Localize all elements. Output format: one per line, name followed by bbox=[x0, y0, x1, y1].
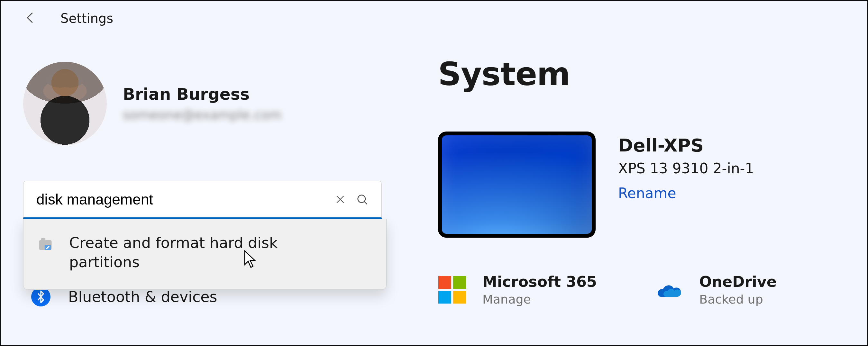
search-input[interactable] bbox=[36, 191, 325, 208]
page-title: System bbox=[438, 55, 867, 93]
window-title: Settings bbox=[60, 11, 113, 26]
close-icon[interactable] bbox=[335, 194, 346, 205]
search-suggestion-popup: Create and format hard disk partitions bbox=[23, 219, 386, 290]
onedrive-icon bbox=[655, 276, 683, 304]
user-profile[interactable]: Brian Burgess someone@example.com bbox=[18, 62, 409, 145]
svg-rect-2 bbox=[41, 238, 45, 241]
avatar bbox=[23, 62, 107, 145]
user-email: someone@example.com bbox=[123, 107, 282, 122]
tile-microsoft-365[interactable]: Microsoft 365 Manage bbox=[438, 273, 597, 307]
svg-point-0 bbox=[358, 195, 365, 202]
microsoft-logo-icon bbox=[438, 276, 466, 304]
device-thumbnail bbox=[438, 131, 596, 238]
user-name: Brian Burgess bbox=[123, 85, 282, 103]
rename-link[interactable]: Rename bbox=[618, 185, 754, 201]
device-name: Dell-XPS bbox=[618, 135, 754, 156]
device-model: XPS 13 9310 2-in-1 bbox=[618, 160, 754, 177]
tile-subtitle: Backed up bbox=[699, 292, 777, 307]
search-icon[interactable] bbox=[356, 193, 369, 206]
tile-title: OneDrive bbox=[699, 273, 777, 290]
search-box[interactable] bbox=[23, 181, 382, 219]
search-suggestion-item[interactable]: Create and format hard disk partitions bbox=[33, 230, 377, 275]
bluetooth-icon bbox=[31, 287, 51, 307]
tile-subtitle: Manage bbox=[483, 292, 597, 307]
tile-onedrive[interactable]: OneDrive Backed up bbox=[655, 273, 777, 307]
tile-title: Microsoft 365 bbox=[483, 273, 597, 290]
back-icon[interactable] bbox=[23, 10, 38, 26]
search-suggestion-label: Create and format hard disk partitions bbox=[69, 233, 339, 272]
sidebar-item-label: Bluetooth & devices bbox=[68, 288, 217, 306]
settings-gear-icon bbox=[36, 235, 54, 253]
device-card[interactable]: Dell-XPS XPS 13 9310 2-in-1 Rename bbox=[438, 131, 867, 238]
